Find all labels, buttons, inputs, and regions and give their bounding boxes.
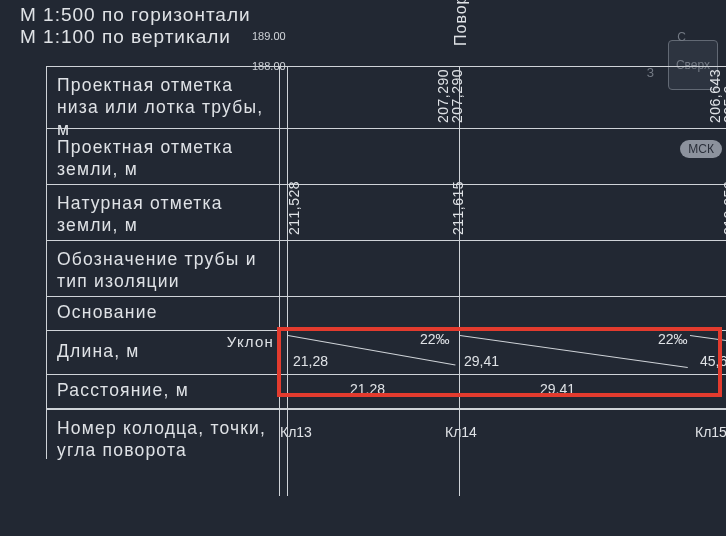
label-natural-ground-mark: Натурная отметка земли, м: [47, 185, 280, 240]
row-natural-ground-mark: Натурная отметка земли, м 211,528 211,61…: [47, 185, 726, 241]
value-well-2: Кл14: [445, 424, 477, 440]
value-ground-c1: 211,528: [286, 181, 302, 235]
value-pipe-mark-c1b: 207,290: [449, 69, 465, 123]
label-design-pipe-mark: Проектная отметка низа или лотка трубы, …: [47, 67, 280, 128]
row-pipe-designation: Обозначение трубы и тип изоляции: [47, 241, 726, 297]
compass-north: С: [677, 30, 686, 44]
value-slope-1: 22‰: [420, 331, 450, 347]
value-ground-c2: 211,615: [450, 181, 466, 235]
scale-horizontal: М 1:500 по горизонтали: [20, 4, 251, 26]
station-line-1: [287, 66, 288, 496]
label-base: Основание: [47, 297, 280, 330]
scale-notation: М 1:500 по горизонтали М 1:100 по вертик…: [20, 4, 251, 48]
row-base: Основание: [47, 297, 726, 331]
row-design-ground-mark: Проектная отметка земли, м: [47, 129, 726, 185]
row-distance: Расстояние, м 21,28 29,41: [47, 375, 726, 409]
value-length-3: 45,6: [700, 353, 726, 369]
elev-tick-189: 189.00: [252, 30, 286, 42]
row-well-number: Номер колодца, точки, угла поворота Кл13…: [47, 409, 726, 459]
value-distance-1: 21,28: [350, 381, 385, 397]
value-length-1: 21,28: [293, 353, 328, 369]
label-distance: Расстояние, м: [47, 375, 280, 408]
value-ground-c3: 210,056: [721, 181, 726, 235]
value-distance-2: 29,41: [540, 381, 575, 397]
grid-column-line: [279, 66, 280, 496]
value-well-3: Кл15: [695, 424, 726, 440]
slope-line-3: [690, 335, 726, 344]
label-length: Длина, м Уклон: [47, 331, 280, 374]
row-length-slope: Длина, м Уклон 22‰ 22‰ 21,28 29,41 45,6: [47, 331, 726, 375]
profile-table: Проектная отметка низа или лотка трубы, …: [46, 66, 726, 459]
label-pipe-designation: Обозначение трубы и тип изоляции: [47, 241, 280, 296]
value-pipe-mark-c3b: 205,6: [721, 85, 726, 123]
value-length-2: 29,41: [464, 353, 499, 369]
label-slope: Уклон: [227, 333, 274, 352]
axis-label-turn-left: Повор: [452, 0, 470, 46]
station-line-2: [459, 66, 460, 496]
value-well-1: Кл13: [280, 424, 312, 440]
label-well-number: Номер колодца, точки, угла поворота: [47, 410, 280, 459]
value-slope-2: 22‰: [658, 331, 688, 347]
row-design-pipe-mark: Проектная отметка низа или лотка трубы, …: [47, 67, 726, 129]
cad-viewport: М 1:500 по горизонтали М 1:100 по вертик…: [0, 0, 726, 536]
scale-vertical: М 1:100 по вертикали: [20, 26, 251, 48]
label-design-ground-mark: Проектная отметка земли, м: [47, 129, 280, 184]
